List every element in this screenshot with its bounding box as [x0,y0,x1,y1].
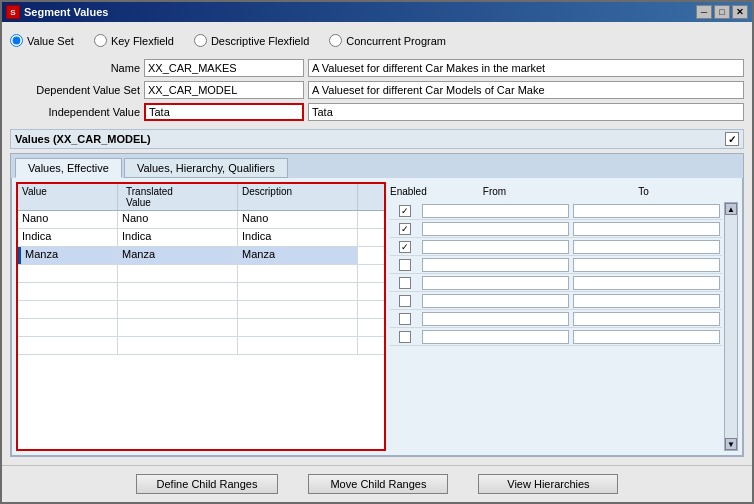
from-input[interactable] [422,294,569,308]
table-row[interactable]: IndicaIndicaIndica [18,229,384,247]
cell-description[interactable] [238,265,358,282]
cell-value[interactable]: Manza [18,247,118,264]
scroll-up-button[interactable]: ▲ [725,203,737,215]
cell-value[interactable]: Indica [18,229,118,246]
from-input[interactable] [422,222,569,236]
to-cell[interactable] [571,239,722,255]
dependent-desc-input[interactable] [308,81,744,99]
to-input[interactable] [573,330,720,344]
from-input[interactable] [422,330,569,344]
move-child-ranges-button[interactable]: Move Child Ranges [308,474,448,494]
from-input[interactable] [422,204,569,218]
define-child-ranges-button[interactable]: Define Child Ranges [136,474,279,494]
cell-translated[interactable]: Nano [118,211,238,228]
enabled-checkbox[interactable] [399,331,411,343]
tab-row: Values, Effective Values, Hierarchy, Qua… [11,154,743,178]
cell-value[interactable] [18,301,118,318]
name-input[interactable] [144,59,304,77]
enabled-checkbox[interactable] [399,277,411,289]
from-cell[interactable] [420,203,571,219]
to-cell[interactable] [571,275,722,291]
to-input[interactable] [573,276,720,290]
to-input[interactable] [573,294,720,308]
table-row[interactable]: NanoNanoNano [18,211,384,229]
to-cell[interactable] [571,311,722,327]
from-cell[interactable] [420,257,571,273]
enabled-row: ✓ [390,220,722,238]
from-input[interactable] [422,240,569,254]
cell-description[interactable]: Nano [238,211,358,228]
scrollbar[interactable]: ▲ ▼ [724,202,738,451]
cell-value[interactable] [18,283,118,300]
table-row[interactable] [18,301,384,319]
cell-description[interactable] [238,319,358,336]
from-cell[interactable] [420,329,571,345]
dependent-input[interactable] [144,81,304,99]
from-input[interactable] [422,258,569,272]
radio-key-flexfield[interactable]: Key Flexfield [94,34,174,47]
to-cell[interactable] [571,293,722,309]
cell-translated[interactable]: Indica [118,229,238,246]
tab-values-hierarchy[interactable]: Values, Hierarchy, Qualifiers [124,158,288,178]
cell-translated[interactable] [118,301,238,318]
cell-translated[interactable] [118,265,238,282]
maximize-button[interactable]: □ [714,5,730,19]
enabled-checkbox[interactable]: ✓ [399,223,411,235]
cell-translated[interactable]: Manza [118,247,238,264]
table-row[interactable] [18,319,384,337]
radio-key-flexfield-label: Key Flexfield [111,35,174,47]
enabled-checkbox[interactable] [399,259,411,271]
to-cell[interactable] [571,257,722,273]
cell-translated[interactable] [118,283,238,300]
radio-concurrent-program[interactable]: Concurrent Program [329,34,446,47]
window-title: Segment Values [24,6,108,18]
from-cell[interactable] [420,239,571,255]
to-input[interactable] [573,222,720,236]
from-cell[interactable] [420,293,571,309]
section-checkbox[interactable]: ✓ [725,132,739,146]
enabled-checkbox[interactable] [399,313,411,325]
to-input[interactable] [573,312,720,326]
name-row: Name [10,59,744,77]
from-input[interactable] [422,276,569,290]
cell-description[interactable]: Indica [238,229,358,246]
tab-values-effective[interactable]: Values, Effective [15,158,122,178]
to-cell[interactable] [571,221,722,237]
to-input[interactable] [573,258,720,272]
independent-desc-input[interactable] [308,103,744,121]
cell-translated[interactable] [118,337,238,354]
from-input[interactable] [422,312,569,326]
scroll-down-button[interactable]: ▼ [725,438,737,450]
window-icon: S [6,5,20,19]
cell-description[interactable]: Manza [238,247,358,264]
enabled-checkbox[interactable]: ✓ [399,241,411,253]
view-hierarchies-button[interactable]: View Hierarchies [478,474,618,494]
from-cell[interactable] [420,311,571,327]
to-cell[interactable] [571,329,722,345]
radio-value-set[interactable]: Value Set [10,34,74,47]
enabled-checkbox[interactable] [399,295,411,307]
to-input[interactable] [573,204,720,218]
cell-value[interactable] [18,337,118,354]
cell-description[interactable] [238,301,358,318]
table-row[interactable] [18,265,384,283]
to-cell[interactable] [571,203,722,219]
from-cell[interactable] [420,221,571,237]
radio-descriptive-flexfield[interactable]: Descriptive Flexfield [194,34,309,47]
cell-value[interactable]: Nano [18,211,118,228]
cell-value[interactable] [18,319,118,336]
cell-description[interactable] [238,337,358,354]
name-desc-input[interactable] [308,59,744,77]
to-input[interactable] [573,240,720,254]
cell-description[interactable] [238,283,358,300]
cell-translated[interactable] [118,319,238,336]
enabled-checkbox[interactable]: ✓ [399,205,411,217]
table-row[interactable] [18,283,384,301]
from-cell[interactable] [420,275,571,291]
minimize-button[interactable]: ─ [696,5,712,19]
table-row[interactable] [18,337,384,355]
cell-value[interactable] [18,265,118,282]
independent-input[interactable] [144,103,304,121]
table-row[interactable]: ManzaManzaManza [18,247,384,265]
close-button[interactable]: ✕ [732,5,748,19]
